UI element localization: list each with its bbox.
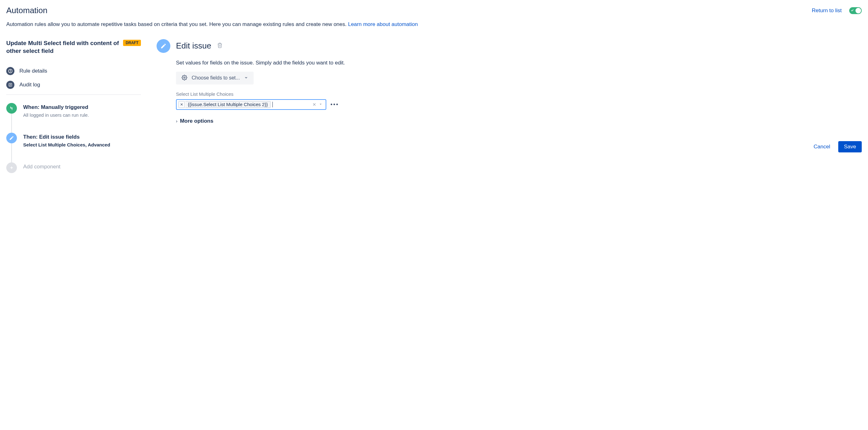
audit-log-label: Audit log	[20, 82, 40, 88]
multi-select-input[interactable]: ✕ {{issue.Select List Multiple Choices 2…	[176, 99, 326, 110]
page-description: Automation rules allow you to automate r…	[6, 20, 862, 29]
page-title: Automation	[6, 6, 48, 15]
trash-icon[interactable]	[217, 42, 223, 49]
cancel-button[interactable]: Cancel	[810, 141, 834, 153]
pencil-icon	[6, 133, 17, 143]
choose-fields-dropdown[interactable]: Choose fields to set...	[176, 72, 254, 85]
trigger-subtitle: All logged in users can run rule.	[23, 112, 89, 118]
plus-icon	[6, 162, 17, 173]
chip-value: {{issue.Select List Multiple Choices 2}}	[185, 101, 271, 108]
rule-enable-toggle[interactable]	[849, 7, 862, 14]
divider	[6, 95, 141, 95]
audit-log-link[interactable]: Audit log	[6, 81, 141, 89]
save-button[interactable]: Save	[838, 141, 862, 153]
rule-details-label: Rule details	[20, 68, 47, 74]
trigger-title: When: Manually triggered	[23, 104, 89, 110]
flow-step-trigger[interactable]: When: Manually triggered All logged in u…	[6, 103, 141, 118]
list-icon	[6, 81, 14, 89]
chevron-down-icon	[244, 75, 248, 80]
choose-fields-label: Choose fields to set...	[192, 75, 240, 81]
edit-panel-title: Edit issue	[176, 41, 211, 51]
more-options-label: More options	[180, 118, 214, 124]
svg-marker-10	[320, 104, 321, 105]
more-actions-icon[interactable]	[331, 104, 338, 105]
action-title: Then: Edit issue fields	[23, 134, 110, 140]
check-icon	[851, 9, 854, 12]
rule-details-link[interactable]: Rule details	[6, 67, 141, 75]
trigger-icon	[6, 103, 17, 113]
add-component-button[interactable]: Add component	[6, 162, 141, 173]
draft-badge: DRAFT	[123, 40, 141, 46]
return-to-list-link[interactable]: Return to list	[812, 7, 842, 14]
info-icon	[6, 67, 14, 75]
text-cursor	[272, 102, 273, 107]
svg-point-9	[184, 77, 185, 78]
dropdown-caret-icon[interactable]	[319, 102, 322, 107]
clear-all-icon[interactable]: ✕	[312, 102, 316, 107]
gear-icon	[182, 75, 187, 81]
pencil-icon	[157, 39, 170, 53]
flow-step-action[interactable]: Then: Edit issue fields Select List Mult…	[6, 133, 141, 147]
add-component-label: Add component	[23, 164, 60, 170]
learn-more-link[interactable]: Learn more about automation	[348, 21, 418, 27]
edit-panel-description: Set values for fields on the issue. Simp…	[176, 60, 862, 66]
toggle-knob	[856, 8, 861, 13]
field-label: Select List Multiple Choices	[176, 91, 862, 97]
chevron-right-icon: ›	[176, 119, 178, 124]
svg-point-2	[10, 70, 10, 70]
chip-remove-button[interactable]: ✕	[179, 101, 185, 108]
more-options-toggle[interactable]: › More options	[176, 118, 862, 124]
action-subtitle: Select List Multiple Choices, Advanced	[23, 142, 110, 147]
rule-name: Update Multi Select field with content o…	[6, 39, 119, 55]
